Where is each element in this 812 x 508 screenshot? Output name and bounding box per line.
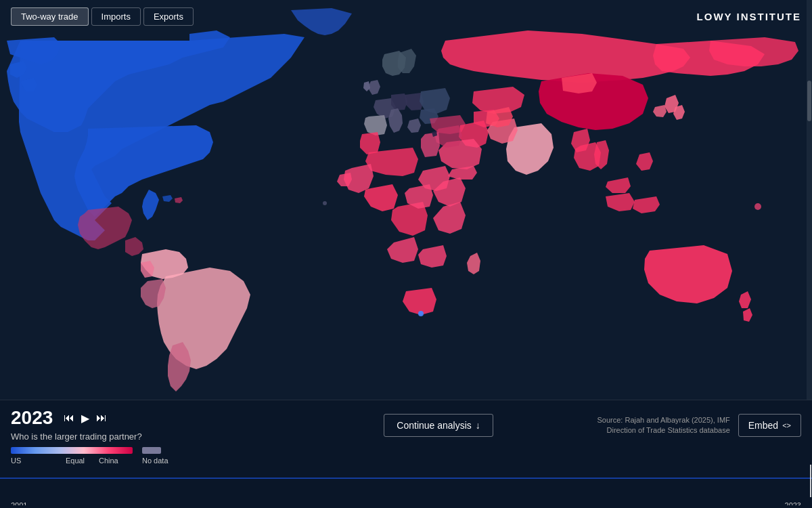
legend-equal-label: Equal [51, 457, 99, 465]
year-display: 2023 [11, 407, 53, 429]
legend-gradient [11, 447, 133, 454]
play-button[interactable]: ▶ [81, 412, 89, 425]
source-text: Source: Rajah and Albayrak (2025), IMF D… [581, 415, 730, 436]
header: Two-way trade Imports Exports LOWY INSTI… [0, 0, 812, 33]
bottom-panel: 2023 ⏮ ▶ ⏭ Who is the larger trading par… [0, 400, 812, 508]
timeline-labels: 2001 2023 [0, 500, 812, 505]
map-container [0, 0, 812, 400]
legend-us-label: US [11, 457, 51, 465]
tab-exports[interactable]: Exports [143, 7, 194, 26]
continue-icon: ↓ [476, 420, 480, 431]
timeline-container[interactable]: 2001 2023 [0, 465, 812, 505]
question-label: Who is the larger trading partner? [11, 431, 296, 442]
embed-label: Embed [748, 420, 778, 431]
tab-group: Two-way trade Imports Exports [11, 7, 194, 26]
world-map [0, 0, 812, 400]
tab-imports[interactable]: Imports [91, 7, 141, 26]
continue-label: Continue analysis [397, 420, 472, 431]
legend-nodata-swatch [142, 447, 161, 454]
svg-point-2 [323, 201, 327, 205]
info-row: 2023 ⏮ ▶ ⏭ Who is the larger trading par… [0, 400, 812, 465]
legend-china-label: China [99, 457, 133, 465]
left-info: 2023 ⏮ ▶ ⏭ Who is the larger trading par… [11, 407, 296, 465]
timeline-start: 2001 [11, 501, 27, 505]
embed-button[interactable]: Embed <> [738, 414, 801, 437]
logo: LOWY INSTITUTE [697, 11, 801, 22]
embed-icon: <> [782, 421, 791, 429]
legend-nodata-label: No data [142, 457, 168, 465]
svg-point-1 [418, 311, 424, 316]
scrollbar[interactable] [807, 0, 812, 400]
continue-analysis-button[interactable]: Continue analysis ↓ [384, 414, 493, 437]
tab-two-way-trade[interactable]: Two-way trade [11, 7, 89, 26]
rewind-button[interactable]: ⏮ [64, 412, 74, 424]
playback-controls: ⏮ ▶ ⏭ [64, 412, 107, 425]
timeline-chart [0, 465, 812, 497]
timeline-end: 2023 [785, 501, 801, 505]
fastforward-button[interactable]: ⏭ [96, 412, 107, 424]
svg-point-3 [754, 203, 761, 210]
scrollbar-thumb[interactable] [807, 81, 811, 121]
